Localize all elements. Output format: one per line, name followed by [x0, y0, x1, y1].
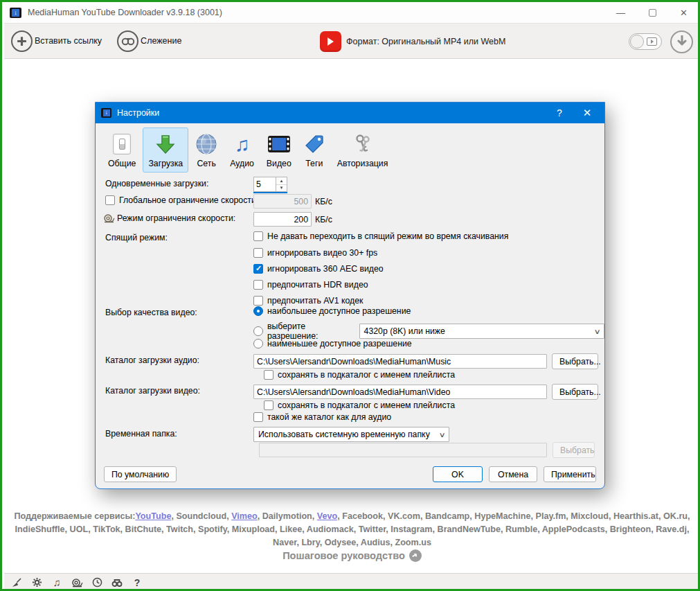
ignore-360-checkbox[interactable] — [253, 264, 263, 274]
temp-folder-browse-button: Выбрать — [553, 442, 595, 458]
gear-icon[interactable] — [30, 576, 44, 589]
service-name: Lbry — [301, 538, 319, 547]
maximize-button[interactable] — [649, 9, 656, 17]
download-settings-form: Одновременные загрузки: ▲ ▼ Глобальное о… — [96, 103, 604, 488]
service-name: Twitter — [359, 524, 386, 534]
clock-icon[interactable] — [90, 576, 104, 589]
binoculars-icon — [117, 30, 138, 52]
service-name: Twitch — [166, 524, 193, 534]
snail-icon[interactable] — [70, 576, 84, 589]
service-name: IndieShuffle — [15, 524, 65, 534]
download-button[interactable] — [670, 30, 693, 53]
service-name: BrandNewTube — [438, 524, 501, 534]
window-title: MediaHuman YouTube Downloader v3.9.18 (3… — [28, 8, 222, 17]
temp-folder-label: Временная папка: — [105, 429, 177, 439]
video-dir-browse-button[interactable]: Выбрать... — [552, 384, 598, 400]
help-icon[interactable]: ? — [130, 576, 144, 589]
video-dir-input[interactable] — [253, 385, 547, 399]
service-name: Audius — [361, 538, 391, 547]
window-titlebar: ↓ MediaHuman YouTube Downloader v3.9.18 … — [4, 2, 700, 23]
format-selector[interactable]: Формат: Оригинальный MP4 или WebM — [320, 24, 505, 60]
resolution-select[interactable]: 4320p (8K) или ниже ∨ — [359, 324, 604, 339]
ok-button[interactable]: OK — [433, 466, 483, 482]
simultaneous-downloads-stepper[interactable]: ▲ ▼ — [253, 177, 287, 193]
service-name: Soundcloud — [176, 511, 226, 521]
service-name: Instagram — [391, 524, 432, 534]
service-name: Rumble — [505, 524, 537, 534]
service-name: Facebook — [342, 511, 383, 521]
apply-button[interactable]: Применить — [544, 466, 596, 482]
service-name: Likee — [280, 524, 302, 534]
youtube-icon — [320, 31, 341, 52]
paste-link-button[interactable]: Вставить ссылку — [11, 30, 102, 52]
global-speed-limit-input — [253, 194, 312, 209]
audio-dir-browse-button[interactable]: Выбрать... — [552, 353, 598, 369]
video-dir-label: Каталог загрузки видео: — [105, 386, 200, 396]
binoculars-icon[interactable] — [110, 576, 124, 589]
quality-best-radio[interactable] — [253, 306, 263, 316]
video-playlist-subfolder-checkbox[interactable] — [264, 400, 273, 410]
service-name: Play.fm — [535, 511, 566, 521]
audio-playlist-subfolder-checkbox[interactable] — [264, 370, 273, 380]
toggle-knob — [630, 35, 644, 48]
app-window: ↓ MediaHuman YouTube Downloader v3.9.18 … — [0, 0, 700, 591]
broom-icon[interactable] — [10, 576, 24, 589]
same-dir-checkbox[interactable] — [253, 412, 263, 422]
video-mode-toggle[interactable] — [629, 33, 662, 50]
quality-worst-radio[interactable] — [253, 339, 263, 349]
temp-folder-path-input — [259, 443, 547, 457]
global-speed-limit-checkbox[interactable] — [105, 195, 115, 205]
video-mode-icon — [647, 37, 657, 46]
sleep-mode-label: Спящий режим: — [105, 233, 168, 242]
service-link[interactable]: Vevo — [317, 511, 337, 521]
stepper-up-button[interactable]: ▲ — [276, 177, 287, 185]
quality-select-radio[interactable] — [253, 326, 263, 336]
app-icon: ↓ — [10, 8, 21, 18]
service-name: Mixcloud — [571, 511, 609, 521]
audio-dir-input[interactable] — [253, 354, 547, 369]
guide-label: Пошаговое руководство — [282, 550, 405, 561]
snail-icon — [103, 213, 115, 223]
simultaneous-downloads-input[interactable] — [253, 177, 276, 192]
chevron-down-icon: ∨ — [593, 328, 600, 335]
defaults-button[interactable]: По умолчанию — [104, 466, 177, 482]
guide-link[interactable]: Пошаговое руководство — [4, 549, 700, 562]
cancel-button[interactable]: Отмена — [489, 466, 537, 482]
minimize-button[interactable]: — — [616, 8, 625, 18]
service-name: VK.com — [388, 511, 420, 521]
service-name: Bandcamp — [425, 511, 469, 521]
supported-services-prefix: Поддерживаемые сервисы: — [14, 511, 135, 521]
supported-services: Поддерживаемые сервисы:YouTube, Soundclo… — [4, 510, 700, 549]
plus-icon — [11, 30, 33, 52]
settings-dialog: ↓ Настройки ? ✕ Общие Загрузка — [95, 102, 605, 489]
ignore-30fps-checkbox[interactable] — [253, 248, 263, 258]
watch-clipboard-button[interactable]: Слежение — [117, 30, 181, 52]
service-link[interactable]: YouTube — [135, 511, 171, 521]
music-note-icon[interactable]: ♫ — [50, 576, 64, 589]
download-arrow-icon — [676, 35, 688, 48]
service-link[interactable]: Vimeo — [231, 511, 258, 521]
temp-folder-select[interactable]: Использовать системную временную папку ∨ — [253, 427, 449, 442]
global-speed-limit-label: Глобальное ограничение скорости: — [119, 195, 258, 205]
service-name: ApplePodcasts — [542, 524, 605, 534]
audio-dir-label: Каталог загрузки аудио: — [105, 355, 199, 365]
format-label: Формат: Оригинальный MP4 или WebM — [346, 37, 505, 46]
service-name: TikTok — [93, 524, 120, 534]
service-name: HypeMachine — [474, 511, 530, 521]
simultaneous-downloads-label: Одновременные загрузки: — [105, 179, 208, 188]
service-name: UOL — [70, 524, 89, 534]
service-name: Brighteon — [610, 524, 651, 534]
quality-label: Выбор качества видео: — [105, 308, 197, 317]
close-button[interactable]: ✕ — [680, 8, 688, 18]
service-name: Naver — [273, 538, 296, 547]
stepper-down-button[interactable]: ▼ — [276, 185, 287, 192]
status-bar: ♫ ? — [4, 573, 700, 591]
prefer-hdr-checkbox[interactable] — [253, 280, 263, 290]
service-name: Spotify — [198, 524, 227, 534]
limit-mode-input[interactable] — [253, 212, 312, 227]
prevent-sleep-checkbox[interactable] — [253, 231, 263, 241]
service-name: Audiomack — [307, 524, 354, 534]
service-name: Hearthis.at — [613, 511, 658, 521]
prefer-av1-checkbox[interactable] — [253, 296, 263, 306]
service-name: OK.ru — [663, 511, 688, 521]
